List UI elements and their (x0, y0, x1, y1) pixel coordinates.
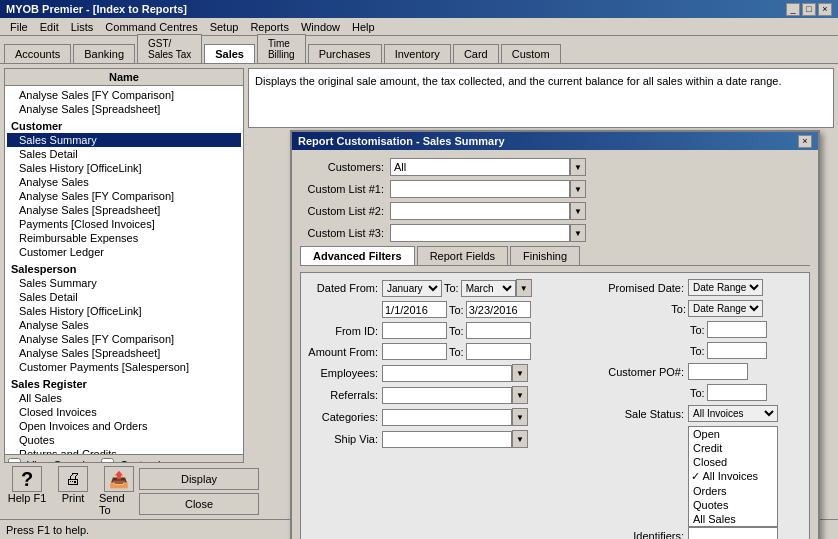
list-item[interactable]: Sales Summary (7, 133, 241, 147)
list-item[interactable]: Analyse Sales [FY Comparison] (7, 332, 241, 346)
close-button-main[interactable]: Close (139, 493, 259, 515)
display-button[interactable]: Display (139, 468, 259, 490)
menu-file[interactable]: File (4, 19, 34, 35)
from-id-input[interactable] (382, 322, 447, 339)
list-item[interactable]: Open Invoices and Orders (7, 419, 241, 433)
print-label: Print (62, 492, 85, 504)
list-item[interactable]: Customer Payments [Salesperson] (7, 360, 241, 374)
tab-banking[interactable]: Banking (73, 44, 135, 63)
list-item[interactable]: Sales Detail (7, 147, 241, 161)
promised-date-select[interactable]: Date Range (688, 279, 763, 296)
list-item[interactable]: Analyse Sales [FY Comparison] (7, 88, 241, 102)
modal-close-button[interactable]: × (798, 135, 812, 148)
customer-po-row: Customer PO#: (603, 363, 803, 380)
menu-reports[interactable]: Reports (244, 19, 295, 35)
list-item[interactable]: Customer Ledger (7, 245, 241, 259)
tab-accounts[interactable]: Accounts (4, 44, 71, 63)
ship-via-dropdown[interactable]: ▼ (512, 430, 528, 448)
amount-from-input[interactable] (382, 343, 447, 360)
employees-input[interactable] (382, 365, 512, 382)
categories-input[interactable] (382, 409, 512, 426)
tab-time-billing[interactable]: TimeBilling (257, 34, 306, 63)
list-item[interactable]: Sales History [OfficeLink] (7, 304, 241, 318)
customer-po-input[interactable] (688, 363, 748, 380)
dated-to-month-dropdown[interactable]: ▼ (516, 279, 532, 297)
list-item[interactable]: Analyse Sales [Spreadsheet] (7, 346, 241, 360)
list-item[interactable]: Closed Invoices (7, 405, 241, 419)
amount-to-input[interactable] (466, 343, 531, 360)
customers-dropdown[interactable]: ▼ (570, 158, 586, 176)
customers-input[interactable] (390, 158, 570, 176)
status-quotes[interactable]: Quotes (689, 498, 777, 512)
sale-status-select[interactable]: All Invoices Open Credit Closed Orders Q… (688, 405, 778, 422)
status-all-sales[interactable]: All Sales (689, 512, 777, 526)
list-item[interactable]: Analyse Sales [Spreadsheet] (7, 102, 241, 116)
promised-to-select[interactable]: Date Range (688, 300, 763, 317)
list-item[interactable]: Payments [Closed Invoices] (7, 217, 241, 231)
list-item[interactable]: Reimbursable Expenses (7, 231, 241, 245)
custom-list3-dropdown[interactable]: ▼ (570, 224, 586, 242)
status-open[interactable]: Open (689, 427, 777, 441)
amount-to-label: To: (447, 346, 466, 358)
employees-dropdown[interactable]: ▼ (512, 364, 528, 382)
tab-sales[interactable]: Sales (204, 44, 255, 63)
list-item[interactable]: Salesperson (7, 259, 241, 276)
close-button[interactable]: × (818, 3, 832, 16)
custom-list2-dropdown[interactable]: ▼ (570, 202, 586, 220)
menu-help[interactable]: Help (346, 19, 381, 35)
promised-to2-input[interactable] (707, 321, 767, 338)
ship-via-input[interactable] (382, 431, 512, 448)
list-item[interactable]: Sales Summary (7, 276, 241, 290)
dated-to-month[interactable]: March (461, 280, 516, 297)
dated-from-row: Dated From: JanuaryFebruaryMarch To: Mar… (307, 279, 599, 297)
maximize-button[interactable]: □ (802, 3, 816, 16)
list-item[interactable]: Sales History [OfficeLink] (7, 161, 241, 175)
from-id-to-input[interactable] (466, 322, 531, 339)
menu-command-centres[interactable]: Command Centres (99, 19, 203, 35)
customer-po-to-input[interactable] (707, 384, 767, 401)
send-to-button[interactable]: 📤 Send To (99, 466, 139, 516)
print-button[interactable]: 🖨 Print (53, 466, 93, 516)
list-item[interactable]: Returns and Credits (7, 447, 241, 454)
menu-lists[interactable]: Lists (65, 19, 100, 35)
menu-window[interactable]: Window (295, 19, 346, 35)
list-item[interactable]: All Sales (7, 391, 241, 405)
dated-from-date[interactable] (382, 301, 447, 318)
referrals-dropdown[interactable]: ▼ (512, 386, 528, 404)
identifiers-input[interactable] (688, 527, 778, 539)
custom-list1-input[interactable] (390, 180, 570, 198)
tab-finishing[interactable]: Finishing (510, 246, 580, 265)
tab-custom[interactable]: Custom (501, 44, 561, 63)
custom-list2-input[interactable] (390, 202, 570, 220)
list-item[interactable]: Analyse Sales (7, 318, 241, 332)
list-item[interactable]: Analyse Sales [FY Comparison] (7, 189, 241, 203)
status-all-invoices[interactable]: All Invoices (689, 469, 777, 484)
list-item[interactable]: Analyse Sales (7, 175, 241, 189)
categories-row: Categories: ▼ (307, 408, 599, 426)
list-item[interactable]: Sales Register (7, 374, 241, 391)
tab-report-fields[interactable]: Report Fields (417, 246, 508, 265)
help-button[interactable]: ? Help F1 (7, 466, 47, 516)
dated-to-date[interactable] (466, 301, 531, 318)
menu-edit[interactable]: Edit (34, 19, 65, 35)
tab-gst[interactable]: GST/Sales Tax (137, 34, 202, 63)
tab-card[interactable]: Card (453, 44, 499, 63)
custom-list3-input[interactable] (390, 224, 570, 242)
list-item[interactable]: Customer (7, 116, 241, 133)
tab-inventory[interactable]: Inventory (384, 44, 451, 63)
minimize-button[interactable]: _ (786, 3, 800, 16)
custom-list1-dropdown[interactable]: ▼ (570, 180, 586, 198)
status-orders[interactable]: Orders (689, 484, 777, 498)
list-item[interactable]: Quotes (7, 433, 241, 447)
list-item[interactable]: Analyse Sales [Spreadsheet] (7, 203, 241, 217)
dated-from-month[interactable]: JanuaryFebruaryMarch (382, 280, 442, 297)
tab-advanced-filters[interactable]: Advanced Filters (300, 246, 415, 265)
list-item[interactable]: Sales Detail (7, 290, 241, 304)
promised-to3-input[interactable] (707, 342, 767, 359)
status-credit[interactable]: Credit (689, 441, 777, 455)
tab-purchases[interactable]: Purchases (308, 44, 382, 63)
status-closed[interactable]: Closed (689, 455, 777, 469)
categories-dropdown[interactable]: ▼ (512, 408, 528, 426)
menu-setup[interactable]: Setup (204, 19, 245, 35)
referrals-input[interactable] (382, 387, 512, 404)
